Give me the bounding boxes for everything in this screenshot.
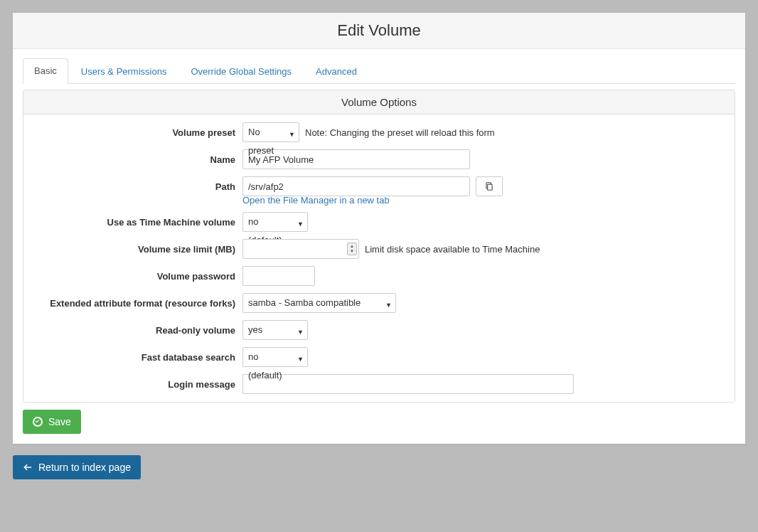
label-path: Path <box>29 181 235 192</box>
form-body: Volume preset No preset ▼ Note: Changing… <box>23 115 735 402</box>
tab-advanced[interactable]: Advanced <box>304 59 368 84</box>
select-value: No preset <box>248 127 274 156</box>
page-title: Edit Volume <box>13 13 745 49</box>
select-ea-format[interactable]: samba - Samba compatible ▼ <box>242 293 396 313</box>
svg-rect-1 <box>488 184 492 190</box>
panel-body: Basic Users & Permissions Override Globa… <box>13 49 745 444</box>
number-input-wrap: ▲▼ <box>242 239 359 259</box>
volume-options-panel: Volume Options Volume preset No preset ▼… <box>23 90 735 403</box>
row-readonly: Read-only volume yes ▼ <box>23 316 735 344</box>
tab-label: Override Global Settings <box>191 66 292 77</box>
save-button-wrap: Save <box>23 403 735 434</box>
chevron-down-icon: ▼ <box>297 323 304 341</box>
tab-bar: Basic Users & Permissions Override Globa… <box>23 59 735 84</box>
page-root: Edit Volume Basic Users & Permissions Ov… <box>0 0 758 492</box>
tab-users-permissions[interactable]: Users & Permissions <box>70 59 178 84</box>
preset-note: Note: Changing the preset will reload th… <box>305 127 495 138</box>
file-browse-icon <box>484 181 494 191</box>
label-name: Name <box>29 154 235 165</box>
chevron-down-icon: ▼ <box>289 125 295 144</box>
label-password: Volume password <box>29 271 235 282</box>
select-fast-db[interactable]: no (default) ▼ <box>242 347 308 367</box>
volume-options-title: Volume Options <box>23 90 735 115</box>
chevron-down-icon: ▼ <box>297 215 304 233</box>
tab-label: Basic <box>34 65 57 76</box>
tab-label: Users & Permissions <box>81 66 167 77</box>
row-path: Path <box>23 173 735 196</box>
size-limit-note: Limit disk space available to Time Machi… <box>365 244 540 255</box>
row-size-limit: Volume size limit (MB) ▲▼ Limit disk spa… <box>23 235 735 262</box>
arrow-left-icon <box>23 462 33 472</box>
tab-override-global[interactable]: Override Global Settings <box>179 59 303 84</box>
edit-volume-panel: Edit Volume Basic Users & Permissions Ov… <box>13 13 745 444</box>
input-password[interactable] <box>242 266 315 286</box>
save-button-label: Save <box>48 416 71 427</box>
label-size-limit: Volume size limit (MB) <box>29 244 235 255</box>
input-path[interactable] <box>242 176 470 196</box>
label-fast-db: Fast database search <box>29 352 235 363</box>
row-volume-preset: Volume preset No preset ▼ Note: Changing… <box>23 119 735 146</box>
save-button[interactable]: Save <box>23 410 81 434</box>
return-button-label: Return to index page <box>38 462 131 473</box>
label-ea-format: Extended attribute format (resource fork… <box>29 298 235 309</box>
select-value: no (default) <box>248 351 282 381</box>
input-login-message[interactable] <box>242 374 574 394</box>
select-value: yes <box>248 324 262 335</box>
row-password: Volume password <box>23 262 735 289</box>
check-circle-icon <box>33 417 43 427</box>
tab-label: Advanced <box>316 66 357 77</box>
label-volume-preset: Volume preset <box>29 127 235 138</box>
return-to-index-button[interactable]: Return to index page <box>13 455 141 479</box>
file-browse-button[interactable] <box>476 176 503 196</box>
row-fast-db: Fast database search no (default) ▼ <box>23 344 735 371</box>
tab-basic[interactable]: Basic <box>23 58 68 84</box>
select-readonly[interactable]: yes ▼ <box>242 320 308 340</box>
select-volume-preset[interactable]: No preset ▼ <box>242 122 299 142</box>
label-readonly: Read-only volume <box>29 325 235 336</box>
chevron-down-icon: ▼ <box>385 296 392 314</box>
chevron-down-icon: ▼ <box>297 350 304 368</box>
row-name: Name <box>23 146 735 173</box>
row-time-machine: Use as Time Machine volume no (default) … <box>23 208 735 235</box>
row-login-message: Login message <box>23 371 735 398</box>
label-time-machine: Use as Time Machine volume <box>29 217 235 228</box>
select-time-machine[interactable]: no (default) ▼ <box>242 212 308 232</box>
row-path-link: Open the File Manager in a new tab <box>23 195 735 206</box>
input-size-limit[interactable] <box>242 239 359 259</box>
select-value: samba - Samba compatible <box>248 297 361 308</box>
label-login-message: Login message <box>29 379 235 390</box>
row-ea-format: Extended attribute format (resource fork… <box>23 289 735 316</box>
open-file-manager-link[interactable]: Open the File Manager in a new tab <box>242 195 390 206</box>
input-name[interactable] <box>242 149 470 169</box>
